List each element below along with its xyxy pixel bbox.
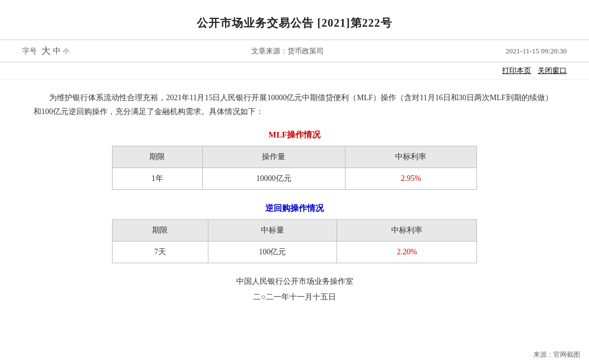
repo-header-col1: 期限 bbox=[112, 220, 208, 242]
footer-org: 中国人民银行公开市场业务操作室 bbox=[33, 277, 556, 287]
table-row: 7天100亿元2.20% bbox=[112, 242, 477, 263]
repo-section-title: 逆回购操作情况 bbox=[33, 203, 556, 214]
mlf-header-col2: 操作量 bbox=[202, 146, 345, 168]
meta-date: 2021-11-15 09:20:30 bbox=[505, 47, 567, 56]
repo-table: 期限 中标量 中标利率 7天100亿元2.20% bbox=[112, 219, 478, 263]
footer-date: 二○二一年十一月十五日 bbox=[33, 292, 556, 302]
mlf-header-col1: 期限 bbox=[112, 146, 202, 168]
table-cell: 2.95% bbox=[345, 168, 477, 190]
table-cell: 2.20% bbox=[337, 242, 477, 263]
repo-header-col2: 中标量 bbox=[208, 220, 337, 242]
page-wrapper: 公开市场业务交易公告 [2021]第222号 字号 大 中 小 文章来源：货币政… bbox=[0, 0, 589, 364]
meta-bar: 字号 大 中 小 文章来源：货币政策司 2021-11-15 09:20:30 bbox=[0, 40, 589, 62]
font-label: 字号 bbox=[22, 46, 37, 56]
mlf-table: 期限 操作量 中标利率 1年10000亿元2.95% bbox=[112, 146, 478, 190]
font-small-btn[interactable]: 小 bbox=[63, 47, 69, 55]
mlf-header-col3: 中标利率 bbox=[345, 146, 477, 168]
font-medium-btn[interactable]: 中 bbox=[53, 46, 61, 56]
page-title: 公开市场业务交易公告 [2021]第222号 bbox=[0, 0, 589, 40]
action-bar: 打印本页 关闭窗口 bbox=[0, 62, 589, 80]
bottom-source: 来源：官网截图 bbox=[533, 350, 580, 360]
print-link[interactable]: 打印本页 bbox=[502, 66, 531, 76]
mlf-header-row: 期限 操作量 中标利率 bbox=[112, 146, 477, 168]
mlf-section-title: MLF操作情况 bbox=[33, 130, 556, 140]
close-link[interactable]: 关闭窗口 bbox=[538, 66, 567, 76]
table-row: 1年10000亿元2.95% bbox=[112, 168, 477, 190]
meta-source: 文章来源：货币政策司 bbox=[69, 46, 505, 56]
table-cell: 100亿元 bbox=[208, 242, 337, 263]
table-cell: 10000亿元 bbox=[202, 168, 345, 190]
font-size-controls: 字号 大 中 小 bbox=[22, 45, 69, 57]
table-cell: 7天 bbox=[112, 242, 208, 263]
table-cell: 1年 bbox=[112, 168, 202, 190]
font-large-btn[interactable]: 大 bbox=[41, 45, 51, 57]
intro-text: 为维护银行体系流动性合理充裕，2021年11月15日人民银行开展10000亿元中… bbox=[33, 91, 556, 119]
repo-header-row: 期限 中标量 中标利率 bbox=[112, 220, 477, 242]
repo-header-col3: 中标利率 bbox=[337, 220, 477, 242]
content-area: 为维护银行体系流动性合理充裕，2021年11月15日人民银行开展10000亿元中… bbox=[0, 80, 589, 324]
